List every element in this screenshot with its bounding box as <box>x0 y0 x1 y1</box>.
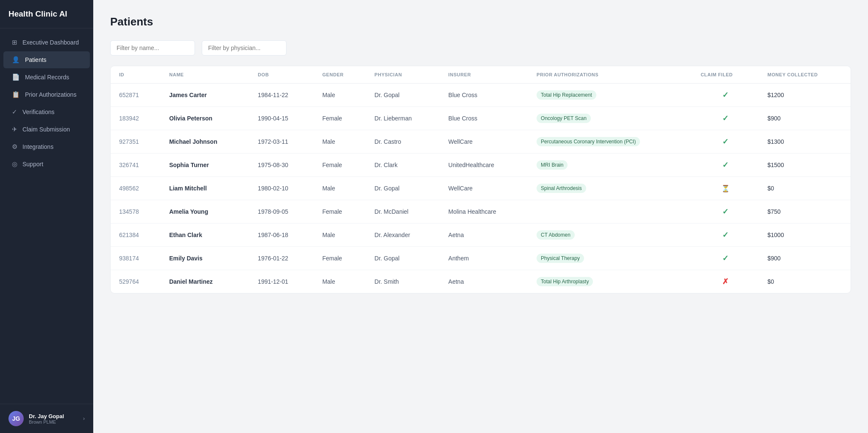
col-header-dob: DOB <box>249 66 314 84</box>
cell-money-collected: $750 <box>759 200 851 223</box>
prior-auth-badge: Percutaneous Coronary Intervention (PCI) <box>537 137 640 146</box>
cell-dob: 1976-01-22 <box>249 247 314 270</box>
col-header-insurer: INSURER <box>440 66 528 84</box>
table-row[interactable]: 529764Daniel Martinez1991-12-01MaleDr. S… <box>111 270 851 293</box>
sidebar-item-verifications[interactable]: ✓Verifications <box>3 103 90 120</box>
sidebar-item-label-executive-dashboard: Executive Dashboard <box>22 39 79 46</box>
cell-gender: Male <box>314 130 366 154</box>
cell-gender: Male <box>314 84 366 107</box>
check-icon: ✓ <box>722 231 729 239</box>
col-header-gender: GENDER <box>314 66 366 84</box>
cell-dob: 1975-08-30 <box>249 154 314 177</box>
patients-icon: 👤 <box>12 56 20 64</box>
app-logo: Health Clinic AI <box>0 0 93 28</box>
filter-row <box>110 40 851 56</box>
cell-money-collected: $900 <box>759 247 851 270</box>
table-row[interactable]: 183942Olivia Peterson1990-04-15FemaleDr.… <box>111 107 851 130</box>
table-row[interactable]: 134578Amelia Young1978-09-05FemaleDr. Mc… <box>111 200 851 223</box>
cell-id: 529764 <box>111 270 161 293</box>
cell-physician: Dr. Gopal <box>366 247 440 270</box>
cell-dob: 1972-03-11 <box>249 130 314 154</box>
cell-claim-filed: ✗ <box>692 270 759 293</box>
check-icon: ✓ <box>722 161 729 169</box>
cell-id: 938174 <box>111 247 161 270</box>
cell-dob: 1990-04-15 <box>249 107 314 130</box>
cell-id: 927351 <box>111 130 161 154</box>
cell-physician: Dr. Lieberman <box>366 107 440 130</box>
table-row[interactable]: 498562Liam Mitchell1980-02-10MaleDr. Gop… <box>111 177 851 200</box>
table-row[interactable]: 621384Ethan Clark1987-06-18MaleDr. Alexa… <box>111 223 851 247</box>
cell-prior-auth: Total Hip Arthroplasty <box>528 270 692 293</box>
cell-name: Daniel Martinez <box>161 270 249 293</box>
cell-name: Michael Johnson <box>161 130 249 154</box>
avatar: JG <box>8 411 24 426</box>
col-header-claim-filed: CLAIM FILED <box>692 66 759 84</box>
sidebar-item-executive-dashboard[interactable]: ⊞Executive Dashboard <box>3 34 90 51</box>
prior-authorizations-icon: 📋 <box>12 91 20 98</box>
content-area: Patients IDNAMEDOBGENDERPHYSICIANINSURER… <box>93 0 868 433</box>
sidebar-item-patients[interactable]: 👤Patients <box>3 51 90 68</box>
cell-id: 498562 <box>111 177 161 200</box>
sidebar-item-label-patients: Patients <box>25 56 47 63</box>
cell-gender: Female <box>314 107 366 130</box>
cell-physician: Dr. Alexander <box>366 223 440 247</box>
user-info: Dr. Jay Gopal Brown PLME <box>29 413 78 425</box>
sidebar-footer: JG Dr. Jay Gopal Brown PLME › <box>0 404 93 433</box>
table-row[interactable]: 938174Emily Davis1976-01-22FemaleDr. Gop… <box>111 247 851 270</box>
cell-name: Sophia Turner <box>161 154 249 177</box>
name-filter-input[interactable] <box>110 40 195 56</box>
cell-prior-auth: Total Hip Replacement <box>528 84 692 107</box>
table-header: IDNAMEDOBGENDERPHYSICIANINSURERPRIOR AUT… <box>111 66 851 84</box>
sidebar-item-claim-submission[interactable]: ✈Claim Submission <box>3 121 90 138</box>
table-body: 652871James Carter1984-11-22MaleDr. Gopa… <box>111 84 851 293</box>
table-row[interactable]: 652871James Carter1984-11-22MaleDr. Gopa… <box>111 84 851 107</box>
cell-name: Olivia Peterson <box>161 107 249 130</box>
patients-table-wrapper: IDNAMEDOBGENDERPHYSICIANINSURERPRIOR AUT… <box>110 66 851 293</box>
cell-money-collected: $0 <box>759 177 851 200</box>
sidebar-item-label-support: Support <box>22 161 43 168</box>
prior-auth-badge: MRI Brain <box>537 160 568 170</box>
cell-name: Ethan Clark <box>161 223 249 247</box>
cell-id: 326741 <box>111 154 161 177</box>
cell-physician: Dr. McDaniel <box>366 200 440 223</box>
cell-claim-filed: ✓ <box>692 223 759 247</box>
claim-submission-icon: ✈ <box>12 126 17 133</box>
cell-insurer: Blue Cross <box>440 107 528 130</box>
cell-dob: 1978-09-05 <box>249 200 314 223</box>
sidebar-item-support[interactable]: ◎Support <box>3 156 90 173</box>
cell-id: 652871 <box>111 84 161 107</box>
cell-claim-filed: ✓ <box>692 107 759 130</box>
integrations-icon: ⚙ <box>12 143 17 151</box>
cell-money-collected: $1200 <box>759 84 851 107</box>
user-subtitle: Brown PLME <box>29 419 78 425</box>
col-header-physician: PHYSICIAN <box>366 66 440 84</box>
cell-gender: Male <box>314 223 366 247</box>
cell-insurer: Blue Cross <box>440 84 528 107</box>
sidebar-item-prior-authorizations[interactable]: 📋Prior Authorizations <box>3 86 90 103</box>
executive-dashboard-icon: ⊞ <box>12 39 17 46</box>
table-row[interactable]: 326741Sophia Turner1975-08-30FemaleDr. C… <box>111 154 851 177</box>
physician-filter-input[interactable] <box>202 40 287 56</box>
cell-prior-auth: MRI Brain <box>528 154 692 177</box>
table-row[interactable]: 927351Michael Johnson1972-03-11MaleDr. C… <box>111 130 851 154</box>
cell-insurer: Aetna <box>440 223 528 247</box>
cell-name: Emily Davis <box>161 247 249 270</box>
sidebar-item-integrations[interactable]: ⚙Integrations <box>3 138 90 155</box>
user-name: Dr. Jay Gopal <box>29 413 78 419</box>
cell-insurer: Anthem <box>440 247 528 270</box>
patients-table: IDNAMEDOBGENDERPHYSICIANINSURERPRIOR AUT… <box>111 66 851 293</box>
check-icon: ✓ <box>722 91 729 99</box>
sidebar-item-medical-records[interactable]: 📄Medical Records <box>3 69 90 86</box>
check-icon: ✓ <box>722 254 729 263</box>
sidebar-nav: ⊞Executive Dashboard👤Patients📄Medical Re… <box>0 28 93 404</box>
cell-claim-filed: ✓ <box>692 130 759 154</box>
cell-money-collected: $1500 <box>759 154 851 177</box>
prior-auth-badge: Spinal Arthrodesis <box>537 184 586 193</box>
prior-auth-badge: Oncology PET Scan <box>537 114 591 123</box>
cell-prior-auth: Oncology PET Scan <box>528 107 692 130</box>
cell-insurer: Molina Healthcare <box>440 200 528 223</box>
cell-dob: 1980-02-10 <box>249 177 314 200</box>
page-title: Patients <box>110 15 851 28</box>
prior-auth-badge: Total Hip Arthroplasty <box>537 277 593 286</box>
cell-money-collected: $0 <box>759 270 851 293</box>
